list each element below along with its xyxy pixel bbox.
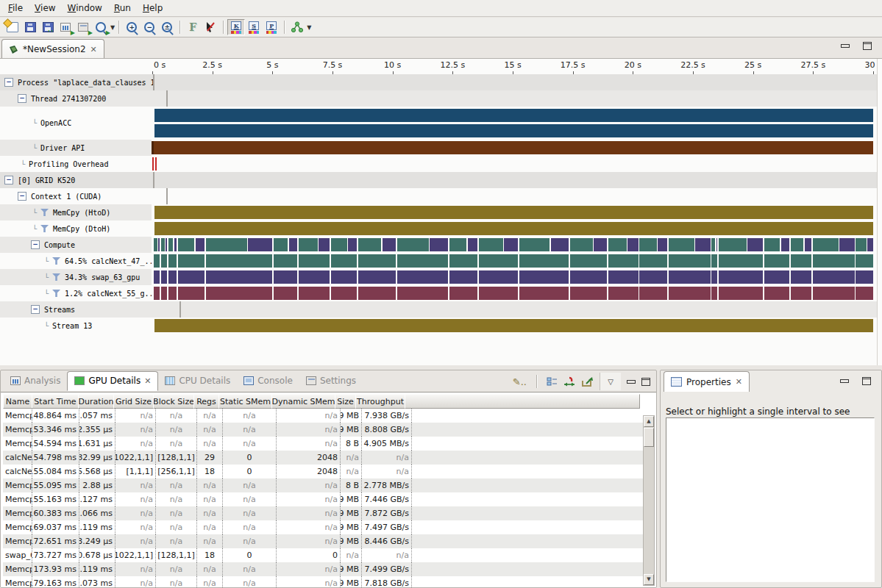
timeline-interval-bar[interactable] — [206, 254, 272, 268]
timeline-interval-bar[interactable] — [299, 254, 330, 268]
timeline-interval-bar[interactable] — [608, 238, 627, 251]
menu-help[interactable]: Help — [137, 1, 168, 15]
timeline-interval-bar[interactable] — [274, 238, 288, 251]
column-header-block-size[interactable]: Block Size — [153, 394, 194, 409]
timeline-interval-bar[interactable] — [383, 238, 396, 251]
timeline-interval-bar[interactable] — [711, 270, 717, 284]
maximize-icon[interactable] — [863, 42, 872, 50]
colorize-process-button[interactable]: P — [263, 19, 280, 35]
timeline-interval-bar[interactable] — [764, 287, 789, 300]
search-button[interactable]: ▶ — [92, 19, 110, 35]
timeline-interval-bar[interactable] — [358, 254, 395, 268]
timeline-interval-bar[interactable] — [168, 270, 177, 284]
timeline-lane-calc55[interactable] — [152, 285, 877, 301]
timeline-interval-bar[interactable] — [764, 238, 780, 251]
timeline-interval-bar[interactable] — [168, 238, 174, 251]
timeline-interval-bar[interactable] — [196, 238, 205, 251]
timeline-interval-bar[interactable] — [168, 287, 177, 300]
colorize-kernel-button[interactable]: K — [227, 19, 245, 35]
timeline-ruler[interactable]: 0 s2.5 s5 s7.5 s10 s12.5 s15 s17.5 s20 s… — [0, 59, 877, 75]
timeline-interval-bar[interactable] — [608, 254, 639, 268]
timeline-lane-driver[interactable] — [152, 140, 877, 156]
timeline-interval-bar[interactable] — [206, 287, 272, 300]
timeline-interval-bar[interactable] — [154, 238, 157, 251]
timeline-interval-bar[interactable] — [594, 238, 607, 251]
column-header-name[interactable]: Name — [3, 394, 32, 409]
timeline-interval-bar[interactable] — [781, 238, 790, 251]
tree-label-context[interactable]: −Context 1 (CUDA) — [0, 188, 168, 204]
tab-cpu-details[interactable]: CPU Details — [158, 371, 237, 391]
maximize-icon[interactable] — [641, 378, 650, 386]
timeline-interval-bar[interactable] — [331, 238, 347, 251]
timeline-interval-bar[interactable] — [839, 238, 854, 251]
new-session-button[interactable] — [4, 19, 21, 35]
timeline-interval-bar[interactable] — [719, 287, 763, 300]
timeline-lane-dtoh[interactable] — [152, 220, 877, 237]
table-row[interactable]: Memcpy155.095 ms2.88 µsn/an/an/an/an/a8 … — [3, 478, 643, 492]
column-header-throughput[interactable]: Throughput — [355, 394, 405, 409]
filter-funnel-icon[interactable] — [40, 209, 49, 216]
fit-columns-icon[interactable] — [563, 376, 575, 387]
scroll-down-icon[interactable]: ▼ — [644, 574, 654, 585]
timeline-interval-bar[interactable] — [519, 270, 569, 284]
save-all-button[interactable]: .. — [39, 19, 57, 35]
maximize-icon[interactable] — [862, 377, 871, 385]
filter-funnel-icon[interactable] — [52, 273, 60, 281]
timeline-lane-overhead[interactable] — [152, 156, 877, 172]
timeline-interval-bar[interactable] — [178, 287, 205, 300]
timeline-interval-bar[interactable] — [856, 254, 873, 268]
timeline-interval-bar[interactable] — [152, 141, 873, 154]
tree-label-grid[interactable]: −[0] GRID K520 — [0, 172, 154, 188]
timeline-interval-bar[interactable] — [161, 287, 166, 300]
timeline-lane-swap63[interactable] — [152, 269, 877, 285]
timeline-interval-bar[interactable] — [154, 206, 873, 219]
timeline-interval-bar[interactable] — [479, 287, 519, 300]
timeline-interval-bar[interactable] — [158, 238, 160, 251]
timeline-interval-bar[interactable] — [154, 319, 873, 332]
timeline-interval-bar[interactable] — [805, 238, 811, 251]
menu-run[interactable]: Run — [108, 1, 137, 15]
collapse-minus-icon[interactable]: − — [18, 94, 26, 103]
timeline-interval-bar[interactable] — [669, 238, 694, 251]
timeline-interval-bar[interactable] — [152, 141, 154, 154]
timeline-interval-bar[interactable] — [504, 238, 518, 251]
outline-icon[interactable] — [547, 376, 558, 387]
timeline-interval-bar[interactable] — [764, 254, 789, 268]
timeline-interval-bar[interactable] — [791, 238, 803, 251]
filter-funnel-icon[interactable] — [52, 257, 60, 265]
timeline-interval-bar[interactable] — [639, 254, 666, 268]
colorize-stream-button[interactable]: S — [245, 19, 263, 35]
tree-label-process[interactable]: −Process "laplace_data_clauses 10... — [0, 74, 154, 90]
tab-gpu-details[interactable]: GPU Details✕ — [67, 371, 158, 391]
analysis-flow-button[interactable] — [288, 19, 306, 35]
timeline-interval-bar[interactable] — [206, 270, 272, 284]
timeline-interval-bar[interactable] — [248, 238, 272, 251]
filter-funnel-icon[interactable] — [52, 290, 60, 297]
properties-tab[interactable]: Properties ✕ — [664, 371, 750, 392]
timeline-interval-bar[interactable] — [174, 238, 177, 251]
timeline-interval-bar[interactable] — [358, 287, 395, 300]
timeline-interval-bar[interactable] — [468, 238, 477, 251]
timeline-interval-bar[interactable] — [791, 254, 811, 268]
menu-file[interactable]: File — [2, 1, 29, 15]
collapse-minus-icon[interactable]: − — [4, 78, 13, 87]
timeline-interval-bar[interactable] — [358, 238, 381, 251]
timeline-lane-openacc[interactable] — [152, 107, 877, 140]
timeline-interval-bar[interactable] — [397, 238, 429, 251]
session-tab[interactable]: *NewSession2 ✕ — [1, 39, 104, 59]
timeline-interval-bar[interactable] — [449, 254, 477, 268]
timeline-interval-bar[interactable] — [719, 238, 746, 251]
timeline-interval-bar[interactable] — [206, 238, 246, 251]
timeline-interval-bar[interactable] — [449, 238, 466, 251]
timeline-interval-bar[interactable] — [479, 238, 503, 251]
collapse-minus-icon[interactable]: − — [18, 192, 26, 201]
view-menu-button[interactable]: ▽ — [600, 373, 621, 390]
table-row[interactable]: Memcpy172.651 ms993.249 µsn/an/an/an/an/… — [3, 534, 643, 548]
marker-button[interactable]: F — [184, 19, 202, 35]
scroll-thumb[interactable] — [644, 428, 654, 447]
timeline-interval-bar[interactable] — [299, 238, 318, 251]
minimize-icon[interactable] — [627, 380, 636, 384]
timeline-interval-bar[interactable] — [397, 287, 449, 300]
timeline-interval-bar[interactable] — [430, 238, 448, 251]
timeline-interval-bar[interactable] — [695, 238, 710, 251]
